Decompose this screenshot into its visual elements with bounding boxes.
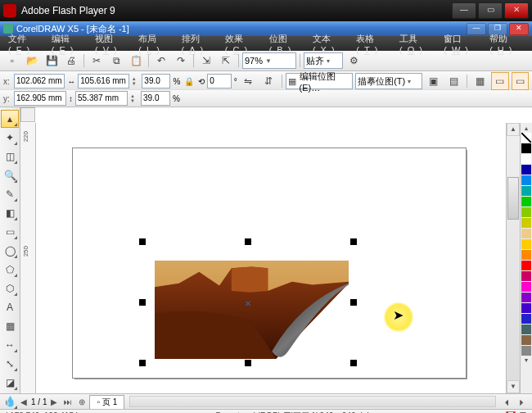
vertical-ruler[interactable]: 220250 <box>20 123 36 393</box>
last-page-button[interactable]: ⏭ <box>61 397 74 406</box>
ellipse-tool[interactable]: ◯ <box>1 242 19 260</box>
scroll-up-button[interactable]: ▲ <box>507 123 520 136</box>
crop-bitmap-button[interactable]: ▣ <box>425 72 442 90</box>
menu-b[interactable]: 位图(B) <box>269 33 303 55</box>
selection-handle-n[interactable] <box>245 238 251 245</box>
scroll-thumb[interactable] <box>507 177 519 220</box>
selection-handle-sw[interactable] <box>139 360 146 366</box>
shape-tool[interactable]: ✦ <box>1 129 19 147</box>
mirror-v-button[interactable]: ⇵ <box>259 72 277 90</box>
color-swatch[interactable] <box>521 324 531 334</box>
menu-o[interactable]: 工具(O) <box>399 33 434 55</box>
color-swatch[interactable] <box>521 335 531 345</box>
page-tab-1[interactable]: ▫ 页 1 <box>89 395 124 409</box>
scroll-down-button[interactable]: ▼ <box>507 380 520 393</box>
rotation-field[interactable]: 0 <box>207 74 231 88</box>
basic-shapes-tool[interactable]: ⬡ <box>1 279 19 297</box>
color-swatch[interactable] <box>521 207 531 217</box>
to-back-button[interactable]: ▭ <box>512 72 529 90</box>
color-swatch[interactable] <box>521 239 531 249</box>
color-swatch[interactable] <box>521 271 531 281</box>
new-button[interactable]: ▫ <box>3 52 21 70</box>
color-swatch[interactable] <box>521 314 531 324</box>
mirror-h-button[interactable]: ⇋ <box>240 72 257 90</box>
color-swatch[interactable] <box>521 346 531 356</box>
scale-x-field[interactable]: 39.0 <box>142 74 170 88</box>
smart-fill-tool[interactable]: ◧ <box>1 204 19 222</box>
add-page-button[interactable]: ⊕ <box>76 397 88 406</box>
lock-ratio-icon[interactable]: 🔒 <box>184 77 194 86</box>
color-swatch[interactable] <box>521 165 531 175</box>
import-button[interactable]: ⇲ <box>197 52 215 70</box>
menu-h[interactable]: 帮助(H) <box>489 33 524 55</box>
y-position-field[interactable]: 162.905 mm <box>14 91 66 106</box>
canvas[interactable]: ✕ ➤ <box>36 123 506 393</box>
copy-button[interactable]: ⧉ <box>107 52 125 70</box>
open-button[interactable]: 📂 <box>23 52 41 70</box>
color-swatch[interactable] <box>521 250 531 260</box>
export-button[interactable]: ⇱ <box>217 52 235 70</box>
rectangle-tool[interactable]: ▭ <box>1 223 19 241</box>
zoom-combo[interactable]: 97%▼ <box>242 52 296 69</box>
edit-bitmap-button[interactable]: ▦ 编辑位图(E)… <box>286 73 353 89</box>
undo-button[interactable]: ↶ <box>152 52 170 70</box>
selection-center-icon[interactable]: ✕ <box>245 299 251 308</box>
horizontal-scrollbar[interactable] <box>129 396 496 407</box>
palette-right-button[interactable]: ⏵ <box>516 397 529 406</box>
palette-left-button[interactable]: ⏴ <box>501 397 514 406</box>
table-tool[interactable]: ▦ <box>1 317 19 335</box>
x-position-field[interactable]: 102.062 mm <box>14 74 65 88</box>
save-button[interactable]: 💾 <box>43 52 61 70</box>
selection-handle-se[interactable] <box>350 360 357 366</box>
height-field[interactable]: 55.387 mm <box>75 91 128 106</box>
resample-button[interactable]: ▤ <box>444 72 462 90</box>
color-swatch[interactable] <box>521 197 531 206</box>
scale-y-field[interactable]: 39.0 <box>141 91 170 106</box>
options-button[interactable]: ⚙ <box>345 52 363 70</box>
selection-handle-nw[interactable] <box>139 238 146 245</box>
outer-close-button[interactable]: ✕ <box>504 2 529 19</box>
print-button[interactable]: 🖨 <box>62 52 80 70</box>
redo-button[interactable]: ↷ <box>172 52 190 70</box>
next-page-button[interactable]: ▶ <box>48 397 60 406</box>
size-spinner[interactable]: ▲▼ <box>132 75 140 88</box>
outer-maximize-button[interactable]: ▭ <box>478 2 503 19</box>
eyedropper-tool[interactable]: 💧 <box>1 393 19 411</box>
polygon-tool[interactable]: ⬠ <box>1 261 19 279</box>
connector-tool[interactable]: ⤡ <box>1 355 19 373</box>
dimension-tool[interactable]: ↔ <box>1 336 19 354</box>
selection-handle-ne[interactable] <box>350 238 357 245</box>
pick-tool[interactable]: ▴ <box>1 110 19 128</box>
color-swatch[interactable] <box>521 143 531 153</box>
outer-minimize-button[interactable]: — <box>452 2 476 19</box>
menu-x[interactable]: 文本(X) <box>313 33 346 55</box>
color-swatch[interactable] <box>521 293 531 302</box>
prev-page-button[interactable]: ◀ <box>18 397 29 406</box>
trace-bitmap-button[interactable]: 描摹位图(T)▾ <box>355 73 422 89</box>
cut-button[interactable]: ✂ <box>88 52 106 70</box>
selection-handle-e[interactable] <box>350 299 357 306</box>
color-swatch[interactable] <box>521 218 531 228</box>
color-swatch[interactable] <box>521 175 531 185</box>
to-front-button[interactable]: ▭ <box>491 72 508 90</box>
color-swatch[interactable] <box>521 282 531 292</box>
menu-w[interactable]: 窗口(W) <box>444 33 480 55</box>
swatch-none[interactable] <box>521 133 531 143</box>
crop-tool[interactable]: ◫ <box>1 148 19 166</box>
palette-down-button[interactable]: ▾ <box>525 356 528 365</box>
selection-handle-s[interactable] <box>245 360 251 366</box>
selection-handle-w[interactable] <box>139 299 146 306</box>
wrap-text-button[interactable]: ▦ <box>471 72 489 90</box>
vertical-scrollbar[interactable]: ▲ ▼ <box>506 123 520 393</box>
palette-up-button[interactable]: ▴ <box>525 125 528 133</box>
snap-combo[interactable]: 贴齐▾ <box>304 52 343 69</box>
color-swatch[interactable] <box>521 229 531 238</box>
color-swatch[interactable] <box>521 186 531 196</box>
zoom-tool[interactable]: 🔍 <box>1 166 19 184</box>
freehand-tool[interactable]: ✎ <box>1 185 19 203</box>
color-swatch[interactable] <box>521 154 531 164</box>
text-tool[interactable]: A <box>1 298 19 316</box>
paste-button[interactable]: 📋 <box>127 52 145 70</box>
ruler-origin[interactable] <box>20 107 35 122</box>
interactive-tool[interactable]: ◪ <box>1 374 19 392</box>
